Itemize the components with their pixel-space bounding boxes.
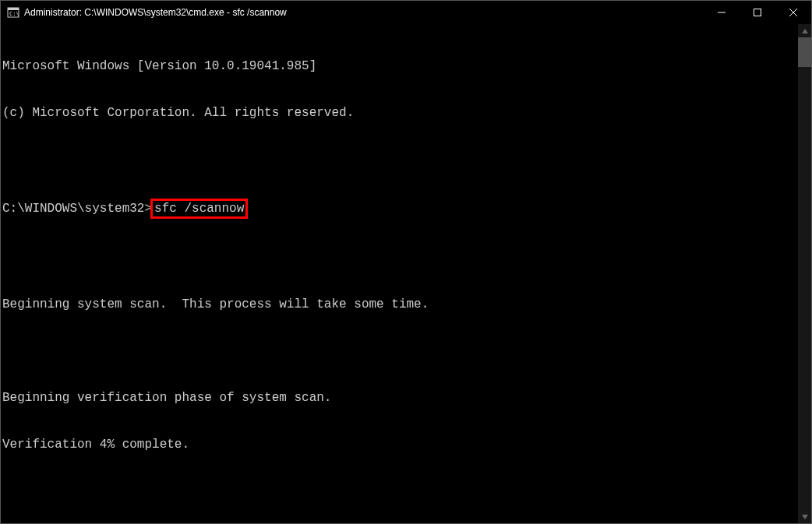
scrollbar-track[interactable] [798, 37, 811, 510]
cmd-icon: C:\ [7, 6, 19, 19]
command-prompt-window: C:\ Administrator: C:\WINDOWS\system32\c… [0, 0, 812, 524]
vertical-scrollbar[interactable] [798, 24, 811, 523]
terminal-line [2, 343, 798, 359]
svg-marker-8 [802, 515, 808, 519]
terminal-line: (c) Microsoft Corporation. All rights re… [2, 105, 798, 121]
command-highlight: sfc /scannow [150, 199, 248, 219]
svg-marker-7 [802, 29, 808, 33]
close-button[interactable] [775, 1, 811, 24]
prompt-text: C:\WINDOWS\system32> [2, 202, 152, 216]
scrollbar-thumb[interactable] [798, 37, 811, 67]
terminal-line [2, 250, 798, 266]
terminal-prompt-line: C:\WINDOWS\system32>sfc /scannow [2, 199, 798, 219]
maximize-button[interactable] [740, 1, 775, 24]
window-controls [704, 1, 811, 24]
command-text: sfc /scannow [154, 202, 244, 216]
terminal-line [2, 152, 798, 167]
terminal-line: Beginning system scan. This process will… [2, 297, 798, 312]
scrollbar-down-arrow[interactable] [798, 510, 811, 523]
terminal-line: Beginning verification phase of system s… [2, 390, 798, 406]
window-title: Administrator: C:\WINDOWS\system32\cmd.e… [24, 7, 704, 18]
svg-rect-1 [8, 8, 19, 10]
terminal-output[interactable]: Microsoft Windows [Version 10.0.19041.98… [1, 24, 798, 523]
terminal-line: Verification 4% complete. [2, 437, 798, 452]
scrollbar-up-arrow[interactable] [798, 24, 811, 37]
svg-text:C:\: C:\ [9, 11, 19, 17]
titlebar[interactable]: C:\ Administrator: C:\WINDOWS\system32\c… [1, 1, 811, 24]
content-area: Microsoft Windows [Version 10.0.19041.98… [1, 24, 811, 523]
minimize-button[interactable] [704, 1, 740, 24]
svg-rect-4 [754, 9, 761, 16]
terminal-line: Microsoft Windows [Version 10.0.19041.98… [2, 58, 798, 74]
